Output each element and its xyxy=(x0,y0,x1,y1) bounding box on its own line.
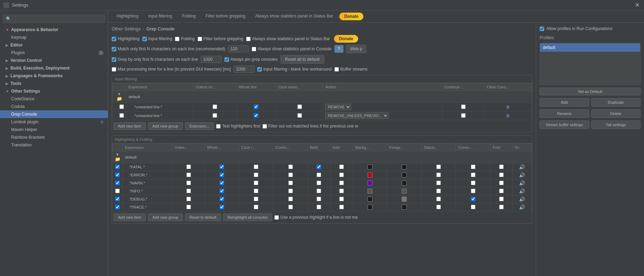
status-checkbox[interactable] xyxy=(436,181,441,185)
sidebar-item-codota[interactable]: Codota xyxy=(0,103,108,110)
expression-cell[interactable]: .*unwanted line.* xyxy=(126,103,193,111)
input-filtering-blank-checkbox[interactable]: Input filtering - blank line workaround xyxy=(257,67,332,72)
italic-checkbox[interactable] xyxy=(339,181,344,185)
sidebar-item-translation[interactable]: Translation xyxy=(0,141,108,149)
bold-checkbox[interactable] xyxy=(317,189,321,193)
fold-checkbox[interactable] xyxy=(499,197,504,201)
close-button[interactable]: ✕ xyxy=(634,2,641,9)
continue-checkbox[interactable] xyxy=(288,165,293,169)
expression-cell[interactable]: .*unwanted line.* xyxy=(126,111,193,120)
sidebar-item-tools[interactable]: ▶ Tools xyxy=(0,80,108,87)
case-insen-cell[interactable] xyxy=(276,111,323,120)
sidebar-item-lombok[interactable]: Lombok plugin ⚙ xyxy=(0,118,108,126)
case-checkbox[interactable] xyxy=(254,205,258,209)
whole-line-cell[interactable] xyxy=(236,111,276,120)
unless-checkbox[interactable] xyxy=(186,205,191,209)
tail-settings-btn[interactable]: Tail settings xyxy=(591,121,641,129)
folding-checkbox[interactable]: Folding xyxy=(175,36,194,41)
group-expand[interactable]: ▼ 📁 xyxy=(112,151,123,163)
expression-cell[interactable]: .*FATAL.* xyxy=(123,163,172,171)
sidebar-item-maven-helper[interactable]: Maven Helper xyxy=(0,126,108,133)
italic-checkbox[interactable] xyxy=(339,165,344,169)
bold-checkbox[interactable] xyxy=(317,197,321,201)
hf-add-new-item-btn[interactable]: Add new item xyxy=(113,213,146,221)
expression-cell[interactable]: .*WARN.* xyxy=(123,179,172,187)
rename-btn[interactable]: Rename xyxy=(540,109,589,118)
delete-icon[interactable]: 🗑 xyxy=(506,114,510,118)
sound-icon[interactable]: 🔊 xyxy=(519,172,525,178)
whole-checkbox[interactable] xyxy=(220,197,224,201)
row-checkbox[interactable] xyxy=(112,103,126,111)
console-checkbox[interactable] xyxy=(471,165,475,169)
continue-cell[interactable] xyxy=(442,111,484,120)
filter-before-grepping-checkbox[interactable]: Filter before grepping xyxy=(198,36,243,41)
stream-buffer-btn[interactable]: Stream buffer settings xyxy=(540,121,589,129)
italic-checkbox[interactable] xyxy=(339,197,344,201)
use-previous-highlight-checkbox[interactable]: Use a previous highlight if a line is no… xyxy=(274,215,357,220)
tab-highlighting[interactable]: Highlighting xyxy=(112,12,143,21)
console-checkbox[interactable] xyxy=(471,189,475,193)
tab-folding[interactable]: Folding xyxy=(177,12,200,21)
sidebar-item-grep-console[interactable]: Grep Console xyxy=(0,110,108,118)
sidebar-item-plugins[interactable]: Plugins 3 xyxy=(0,49,108,57)
add-new-group-btn[interactable]: Add new group xyxy=(148,122,183,130)
sidebar-item-build[interactable]: ▶ Build, Execution, Deployment xyxy=(0,64,108,72)
hf-add-new-group-btn[interactable]: Add new group xyxy=(148,213,183,221)
bg-color-swatch[interactable] xyxy=(368,189,372,194)
test-highlighters-checkbox[interactable]: Test highlighters first xyxy=(216,124,260,129)
add-btn[interactable]: Add xyxy=(540,98,589,107)
clear-cons-cell[interactable]: 🗑 xyxy=(484,103,532,111)
grep-by-first-n-checkbox[interactable]: Grep by only first N characters on each … xyxy=(112,57,198,62)
unless-checkbox[interactable] xyxy=(186,189,191,193)
buffer-streams-checkbox[interactable]: Buffer streams xyxy=(334,67,368,72)
extension-btn[interactable]: Extension... xyxy=(185,122,214,130)
row-enabled-checkbox[interactable] xyxy=(115,165,120,169)
sound-icon[interactable]: 🔊 xyxy=(519,204,525,210)
sidebar-item-codeglance[interactable]: CodeGlance xyxy=(0,95,108,103)
row-enabled-checkbox[interactable] xyxy=(115,173,120,177)
row-checkbox[interactable] xyxy=(112,111,126,120)
sidebar-item-editor[interactable]: ▶ Editor xyxy=(0,41,108,49)
always-show-console-checkbox[interactable]: Always show statistics panel in Console xyxy=(252,46,331,51)
fg-color-swatch[interactable] xyxy=(402,165,407,169)
bg-color-swatch[interactable] xyxy=(368,165,372,169)
whole-checkbox[interactable] xyxy=(220,165,224,169)
case-checkbox[interactable] xyxy=(254,181,258,185)
web-button[interactable]: Web p xyxy=(346,45,366,53)
sidebar-item-other-settings[interactable]: ▼ Other Settings xyxy=(0,87,108,95)
fold-checkbox[interactable] xyxy=(499,205,504,209)
row-enabled-checkbox[interactable] xyxy=(115,205,120,209)
sidebar-item-keymap[interactable]: Keymap xyxy=(0,34,108,41)
continue-checkbox[interactable] xyxy=(288,189,293,193)
fg-color-swatch[interactable] xyxy=(402,181,407,186)
status-checkbox[interactable] xyxy=(436,165,441,169)
delete-icon[interactable]: 🗑 xyxy=(506,105,510,109)
allow-profiles-checkbox[interactable]: Allow profiles in Run Configurations xyxy=(540,26,641,31)
italic-checkbox[interactable] xyxy=(339,205,344,209)
row-enabled-checkbox[interactable] xyxy=(115,181,120,185)
unless-checkbox[interactable] xyxy=(186,165,191,169)
sound-icon[interactable]: 🔊 xyxy=(519,196,525,202)
unless-checkbox[interactable] xyxy=(186,181,191,185)
fg-color-swatch[interactable] xyxy=(402,173,407,177)
reset-all-button[interactable]: Reset all to default xyxy=(281,55,324,64)
search-input[interactable] xyxy=(3,15,105,23)
set-as-default-btn[interactable]: Set as Default xyxy=(540,88,641,95)
hf-reset-to-default-btn[interactable]: Reset to default xyxy=(185,213,221,221)
delete-btn[interactable]: Delete xyxy=(591,109,641,118)
tab-always-show-status[interactable]: Always show statistics panel in Status B… xyxy=(250,12,338,21)
fold-checkbox[interactable] xyxy=(499,181,504,185)
action-cell[interactable]: REMOVE xyxy=(323,103,442,111)
fg-color-swatch[interactable] xyxy=(402,189,407,194)
sidebar-item-appearance[interactable]: ▼ Appearance & Behavior xyxy=(0,26,108,34)
status-checkbox[interactable] xyxy=(436,189,441,193)
expression-cell[interactable]: .*ERROR.* xyxy=(123,171,172,179)
row-enabled-checkbox[interactable] xyxy=(115,197,120,201)
continue-checkbox[interactable] xyxy=(288,173,293,177)
match-only-first-n-checkbox[interactable]: Match only first N characters on each li… xyxy=(112,46,225,51)
bold-checkbox[interactable] xyxy=(317,205,321,209)
donate-button[interactable]: Donate xyxy=(339,13,363,20)
status-checkbox[interactable] xyxy=(436,197,441,201)
group-expand[interactable]: ▼ 📁 xyxy=(112,91,126,103)
case-checkbox[interactable] xyxy=(254,189,258,193)
